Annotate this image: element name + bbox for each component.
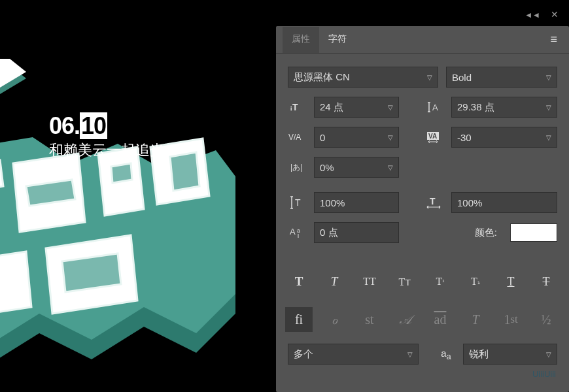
font-family-dropdown[interactable]: 思源黑体 CN ▽ [288,67,438,88]
font-size-value: 24 点 [320,101,343,114]
baseline-shift-input[interactable]: 0 点 [314,222,399,243]
antialias-value: 锐利 [469,348,489,361]
leading-input[interactable]: 29.38 点 ▽ [451,97,557,118]
chevron-down-icon: ▽ [546,134,551,141]
underline-button[interactable]: T [497,270,525,293]
ligatures-button[interactable]: fi [285,307,313,332]
opentype-buttons: fi ℴ st 𝒜 ad T 1st ½ [276,298,569,344]
font-family-value: 思源黑体 CN [294,71,350,84]
svg-text:VA: VA [428,133,437,140]
chevron-down-icon: ▽ [404,351,413,358]
chevron-down-icon: ▽ [423,74,432,81]
color-label: 颜色: [475,227,497,239]
strikethrough-button[interactable]: T [532,270,560,293]
svg-text:T: T [295,197,301,208]
canvas-subtitle[interactable]: 和赖美云一起追光 [49,140,164,160]
panel-menu-icon[interactable]: ≡ [545,30,562,49]
svg-text:|あ|: |あ| [290,163,302,172]
tsume-icon: |あ| [288,158,306,176]
font-style-value: Bold [452,72,472,83]
language-dropdown[interactable]: 多个 ▽ [288,344,419,365]
font-size-icon: ᵢT [288,98,306,116]
kerning-value: 0 [320,132,325,143]
character-panel: 属性 字符 ≡ 思源黑体 CN ▽ Bold ▽ ᵢT 24 点 [276,26,569,392]
language-value: 多个 [294,348,313,361]
chevron-down-icon: ▽ [542,351,551,358]
smallcaps-button[interactable]: Tᴛ [391,270,419,293]
leading-value: 29.38 点 [457,101,494,114]
svg-text:T: T [430,196,436,206]
date-highlight: 10 [80,112,107,139]
date-prefix: 06. [49,112,80,139]
close-icon[interactable]: ✕ [551,9,559,20]
tsume-input[interactable]: 0% ▽ [314,157,399,178]
character-panel-container: ◄◄ ✕ 属性 字符 ≡ 思源黑体 CN ▽ Bold ▽ ᵢT [262,0,569,392]
collapse-icon[interactable]: ◄◄ [525,10,540,20]
leading-icon: A [425,98,443,116]
vertical-scale-icon: T [288,193,306,212]
bold-button[interactable]: T [285,270,313,293]
kerning-icon: V/A [288,128,306,146]
canvas-area[interactable]: 06.10 和赖美云一起追光 [0,0,262,392]
superscript-button[interactable]: T¹ [426,270,454,293]
ordinals-button[interactable]: 1st [497,307,525,332]
tab-properties[interactable]: 属性 [283,27,319,53]
watermark: UiiiUiii [532,369,556,379]
tracking-input[interactable]: -30 ▽ [451,127,557,148]
chevron-down-icon: ▽ [388,164,393,171]
color-swatch[interactable] [510,223,557,242]
tsume-value: 0% [320,162,334,173]
antialias-dropdown[interactable]: 锐利 ▽ [463,344,557,365]
antialias-icon: aa [437,345,455,363]
discretionary-lig-button[interactable]: st [356,307,383,332]
svg-text:V/A: V/A [288,133,301,142]
horizontal-scale-input[interactable]: 100% [451,192,557,213]
svg-text:ᵢT: ᵢT [290,102,298,112]
stylistic-alt-button[interactable]: ad [426,307,454,332]
canvas-date-text[interactable]: 06.10 [49,112,107,140]
panel-body: 思源黑体 CN ▽ Bold ▽ ᵢT 24 点 ▽ A [276,54,569,259]
tab-character[interactable]: 字符 [319,27,356,53]
baseline-shift-value: 0 点 [320,227,338,239]
font-size-input[interactable]: 24 点 ▽ [314,97,399,118]
text-style-buttons: T T TT Tᴛ T¹ T₁ T T [276,259,569,298]
contextual-alt-button[interactable]: ℴ [320,307,348,332]
kerning-input[interactable]: 0 ▽ [314,127,399,148]
allcaps-button[interactable]: TT [356,270,383,293]
chevron-down-icon: ▽ [388,104,393,111]
horizontal-scale-value: 100% [457,197,482,208]
svg-text:A: A [290,227,296,237]
vertical-scale-value: 100% [320,197,345,208]
svg-text:a: a [297,227,300,234]
vertical-scale-input[interactable]: 100% [314,192,399,213]
tracking-value: -30 [457,132,472,143]
chevron-down-icon: ▽ [542,74,551,81]
chevron-down-icon: ▽ [388,134,393,141]
italic-button[interactable]: T [320,270,348,293]
panel-tabs: 属性 字符 ≡ [276,26,569,54]
titling-alt-button[interactable]: T [462,307,489,332]
subscript-button[interactable]: T₁ [462,270,489,293]
tracking-icon: VA [425,128,443,146]
canvas-3d-artwork [0,59,262,392]
horizontal-scale-icon: T [425,193,443,212]
fractions-button[interactable]: ½ [532,307,560,332]
chevron-down-icon: ▽ [546,104,551,111]
font-style-dropdown[interactable]: Bold ▽ [446,67,557,88]
baseline-shift-icon: Aa [288,223,306,242]
swash-button[interactable]: 𝒜 [391,307,419,332]
svg-text:A: A [432,103,438,112]
